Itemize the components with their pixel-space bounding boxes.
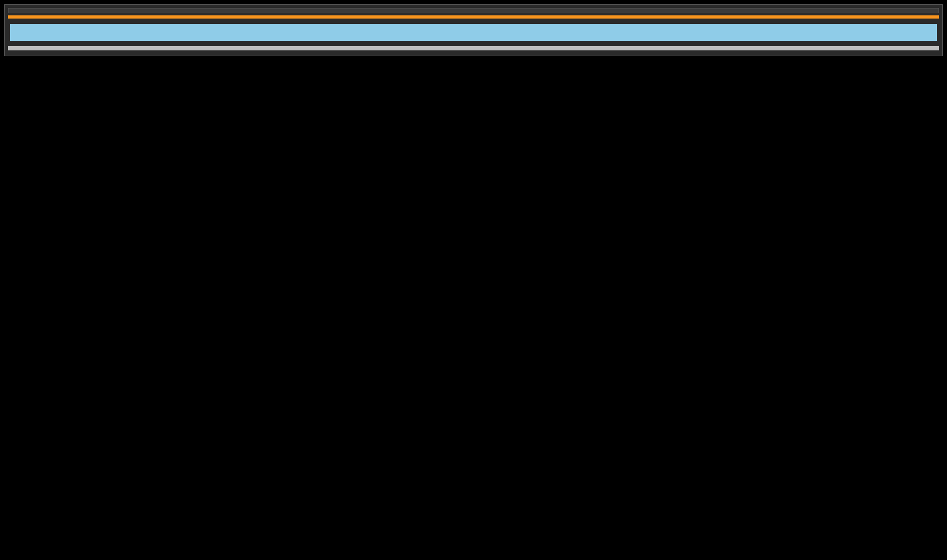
pci-host-interface — [8, 8, 939, 13]
gpu-core — [10, 21, 937, 44]
main-content — [8, 21, 939, 44]
gpu-block-diagram — [4, 4, 943, 56]
high-speed-hub — [8, 46, 939, 50]
gigathread-engine — [8, 15, 939, 19]
l2-cache — [10, 24, 937, 41]
